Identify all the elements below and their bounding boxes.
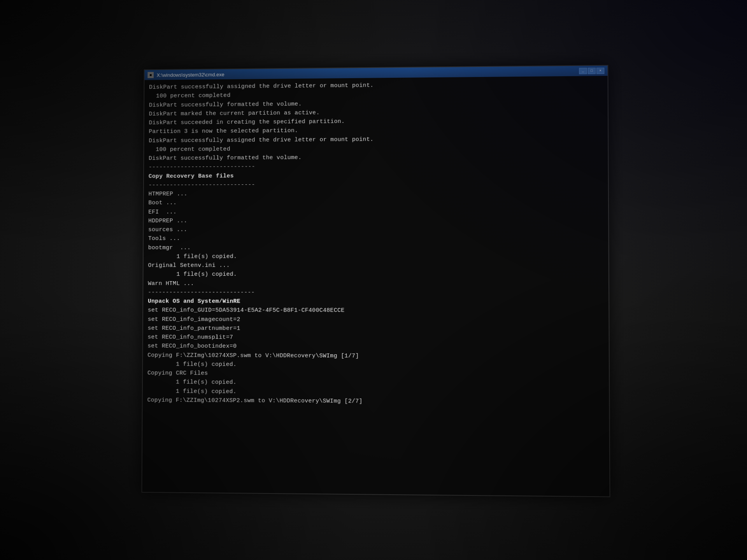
close-button[interactable]: × [596, 68, 604, 74]
console-body: DiskPart successfully assigned the drive… [142, 76, 609, 496]
console-line: Warn HTML ... [148, 279, 604, 288]
maximize-button[interactable]: □ [588, 68, 596, 74]
monitor-area: ■ X:\windows\system32\cmd.exe _ □ × Disk… [141, 65, 610, 497]
console-line: HDDPREP ... [148, 215, 603, 225]
title-bar-controls: _ □ × [579, 68, 604, 74]
console-line: set RECO_info_imagecount=2 [148, 315, 604, 325]
photo-frame: ■ X:\windows\system32\cmd.exe _ □ × Disk… [0, 0, 747, 560]
console-line: EFI ... [148, 206, 603, 217]
console-line: ------------------------------ [148, 288, 604, 298]
console-line: set RECO_info_numsplit=7 [147, 333, 604, 343]
console-line: Original Setenv.ini ... [148, 261, 603, 270]
cmd-icon: ■ [147, 72, 154, 78]
console-line: set RECO_info_GUID=5DA53914-E5A2-4F5C-B8… [148, 306, 604, 316]
console-line: bootmgr ... [148, 243, 604, 252]
cmd-window: ■ X:\windows\system32\cmd.exe _ □ × Disk… [141, 65, 610, 497]
console-line: Copying F:\ZZImg\10274XSP2.swm to V:\HDD… [147, 396, 604, 407]
console-line: sources ... [148, 224, 603, 234]
console-line: set RECO_info_partnumber=1 [148, 324, 604, 334]
window-title: X:\windows\system32\cmd.exe [157, 72, 224, 78]
console-line: 1 file(s) copied. [148, 270, 603, 279]
console-line: 1 file(s) copied. [148, 252, 604, 261]
console-line: Tools ... [148, 233, 603, 243]
console-line: Unpack OS and System/WinRE [148, 297, 604, 306]
minimize-button[interactable]: _ [579, 68, 587, 74]
